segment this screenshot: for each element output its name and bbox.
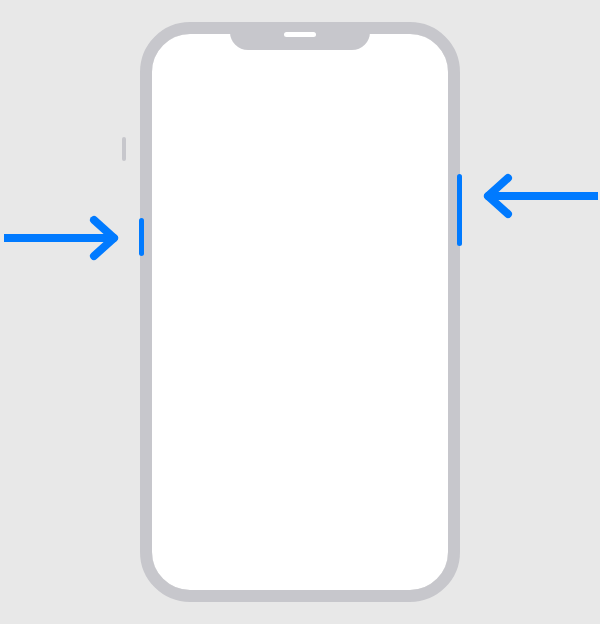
phone-notch bbox=[230, 22, 370, 50]
side-button-highlight bbox=[457, 174, 462, 246]
arrow-left-icon bbox=[4, 214, 132, 262]
phone-diagram bbox=[140, 22, 460, 602]
lock-switch bbox=[122, 137, 126, 161]
phone-speaker bbox=[284, 32, 316, 37]
phone-outline bbox=[140, 22, 460, 602]
arrow-right-icon bbox=[470, 172, 598, 220]
volume-button-highlight bbox=[139, 218, 144, 256]
